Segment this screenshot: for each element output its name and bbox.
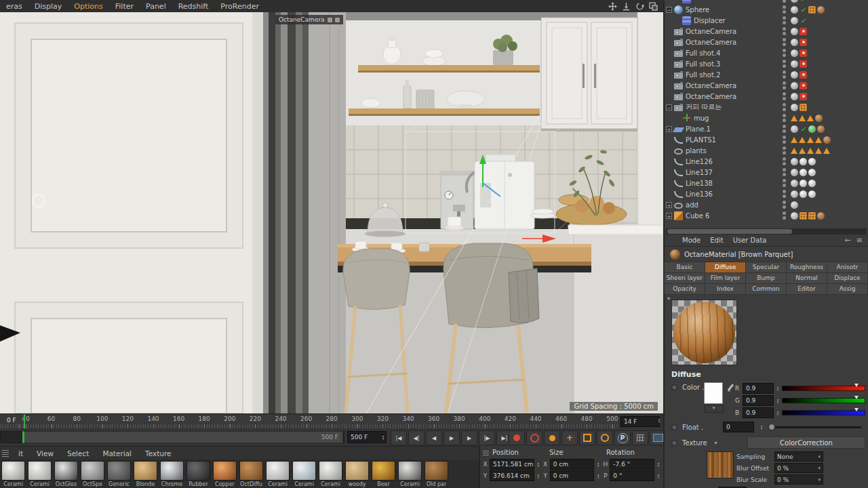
tab-anisotr[interactable]: Anisotr bbox=[827, 262, 868, 273]
object-label[interactable]: plants bbox=[686, 147, 780, 155]
material-tile-cerami[interactable]: Cerami bbox=[26, 460, 53, 488]
tag-gray-icon[interactable] bbox=[791, 212, 798, 220]
range-slider[interactable]: 500 F bbox=[22, 431, 343, 443]
size-x-field[interactable]: 0 cm bbox=[550, 459, 595, 470]
material-thumbnail[interactable] bbox=[345, 461, 369, 481]
material-tile-blonde[interactable]: Blonde bbox=[132, 460, 159, 488]
menu-eras[interactable]: eras bbox=[0, 2, 28, 11]
size-y-field[interactable]: 0 cm bbox=[550, 470, 595, 481]
material-tile-cerami[interactable]: Cerami bbox=[264, 460, 291, 488]
material-tile-cerami[interactable]: Cerami bbox=[0, 460, 26, 488]
tag-gray-icon[interactable] bbox=[791, 180, 798, 187]
sampling-dropdown[interactable]: None▾ bbox=[774, 451, 823, 462]
timeline-ruler[interactable]: 4060801001201401601802002202402602803003… bbox=[0, 413, 618, 429]
tag-red-icon[interactable] bbox=[800, 60, 807, 68]
object-label[interactable]: PLANTS1 bbox=[686, 136, 780, 144]
frame-spinner[interactable]: ▴▾ bbox=[656, 418, 662, 423]
panel-grip-icon[interactable] bbox=[2, 450, 9, 457]
mat-menu-select[interactable]: Select bbox=[60, 449, 96, 458]
material-tile-octdiffu[interactable]: OctDiffu bbox=[238, 460, 264, 488]
tab-index[interactable]: Index bbox=[705, 283, 746, 295]
tag-tri-icon[interactable] bbox=[815, 137, 822, 143]
material-tile-cerami[interactable]: Cerami bbox=[397, 460, 423, 488]
material-tile-old-par[interactable]: Old par bbox=[423, 460, 450, 488]
object-label[interactable]: Line137 bbox=[686, 169, 780, 176]
menu-display[interactable]: Display bbox=[28, 2, 68, 11]
tag-gray-icon[interactable] bbox=[791, 49, 798, 57]
keyframe-selection-button[interactable] bbox=[632, 430, 648, 445]
visibility-dots[interactable] bbox=[780, 190, 788, 198]
menu-prorender[interactable]: ProRender bbox=[214, 2, 265, 11]
material-tile-chrome[interactable]: Chrome bbox=[159, 460, 185, 488]
object-row-sphere[interactable]: −Sphere✓ bbox=[665, 4, 868, 15]
history-back-icon[interactable]: ← bbox=[845, 236, 851, 245]
tag-gray-icon[interactable] bbox=[791, 60, 798, 68]
frame-field[interactable]: 14 F bbox=[620, 416, 660, 427]
object-label[interactable]: Plane.1 bbox=[686, 125, 780, 133]
tag-check-icon[interactable]: ✓ bbox=[800, 125, 807, 133]
mat-menu-view[interactable]: View bbox=[30, 449, 60, 458]
object-row-octanecamera[interactable]: OctaneCamera bbox=[665, 37, 868, 47]
tag-red-icon[interactable] bbox=[800, 49, 807, 57]
object-row-octanecamera[interactable]: OctaneCamera bbox=[665, 26, 868, 37]
material-tile-beer[interactable]: Beer bbox=[370, 460, 397, 488]
object-row-full-shot-4[interactable]: Full shot.4 bbox=[665, 47, 868, 58]
visibility-dots[interactable] bbox=[780, 92, 788, 100]
object-row-item[interactable]: −커피 따르는 bbox=[665, 102, 868, 113]
object-label[interactable]: Line126 bbox=[686, 158, 780, 165]
tag-red-icon[interactable] bbox=[800, 28, 807, 35]
blur-scale-field[interactable]: 0 %▾ bbox=[774, 474, 823, 485]
am-menu-mode[interactable]: Mode bbox=[682, 237, 701, 244]
record-keyframe-button[interactable] bbox=[509, 430, 525, 445]
position-x-field[interactable]: 5171.581 cm bbox=[490, 459, 534, 470]
object-row-full-shot-3[interactable]: Full shot.3 bbox=[665, 58, 868, 69]
object-row-cube-6[interactable]: +Cube 6 bbox=[665, 210, 868, 221]
material-tile-rubber[interactable]: Rubber bbox=[185, 460, 212, 488]
tab-roughness[interactable]: Roughness bbox=[786, 262, 827, 273]
material-thumbnail[interactable] bbox=[398, 461, 422, 481]
tag-ball-brown-icon[interactable] bbox=[817, 125, 825, 133]
material-thumbnail[interactable] bbox=[81, 461, 104, 481]
object-label[interactable]: add bbox=[686, 201, 780, 209]
expand-toggle[interactable]: + bbox=[666, 213, 672, 219]
object-label[interactable]: mug bbox=[694, 115, 780, 122]
material-thumbnail[interactable] bbox=[292, 461, 316, 481]
channel-B-field[interactable]: 0.9 bbox=[743, 407, 774, 418]
range-end-field[interactable]: 500 F ▴▾ bbox=[347, 431, 387, 443]
menu-panel[interactable]: Panel bbox=[140, 2, 172, 11]
material-thumbnail[interactable] bbox=[319, 461, 342, 481]
visibility-dots[interactable] bbox=[780, 201, 788, 209]
3d-viewport[interactable]: OctaneCamera Grid Spacing : 5000 cm bbox=[0, 12, 663, 413]
tag-gray-icon[interactable] bbox=[791, 39, 798, 46]
tag-red-icon[interactable] bbox=[800, 93, 807, 100]
prev-key-button[interactable]: ◀| bbox=[408, 430, 425, 445]
visibility-dots[interactable] bbox=[780, 38, 788, 46]
tag-ball-brown-icon[interactable] bbox=[815, 115, 823, 122]
float-field[interactable]: 0 bbox=[723, 422, 754, 432]
menu-options[interactable]: Options bbox=[68, 2, 108, 11]
am-menu-edit[interactable]: Edit bbox=[710, 237, 723, 244]
tag-ball-white-icon[interactable] bbox=[800, 169, 807, 176]
blur-offset-field[interactable]: 0 %▾ bbox=[774, 463, 823, 473]
visibility-dots[interactable] bbox=[780, 136, 788, 144]
prev-frame-button[interactable]: ◀ bbox=[426, 430, 442, 445]
object-row-mug[interactable]: mug bbox=[665, 113, 868, 123]
tag-tri-icon[interactable] bbox=[799, 148, 806, 154]
material-tile-cerami[interactable]: Cerami bbox=[317, 460, 344, 488]
visibility-dots[interactable] bbox=[780, 60, 788, 68]
visibility-dots[interactable] bbox=[780, 16, 788, 24]
tag-tri-icon[interactable] bbox=[807, 115, 814, 121]
tag-tri-icon[interactable] bbox=[807, 137, 814, 143]
object-label[interactable]: Cube 6 bbox=[686, 212, 780, 220]
tab-assig[interactable]: Assig bbox=[827, 283, 868, 295]
mat-menu-material[interactable]: Material bbox=[96, 449, 138, 458]
menu-redshift[interactable]: Redshift bbox=[172, 2, 215, 11]
tag-gray-icon[interactable] bbox=[791, 201, 798, 209]
tag-tri-icon[interactable] bbox=[791, 115, 797, 121]
object-row-displacer[interactable]: Displacer✓ bbox=[665, 15, 868, 26]
tab-diffuse[interactable]: Diffuse bbox=[705, 262, 746, 273]
float-spinner[interactable]: ▴▾ bbox=[759, 424, 764, 430]
position-y-field[interactable]: 376.614 cm bbox=[490, 470, 534, 481]
rotation-h-field[interactable]: -7.6 ° bbox=[610, 459, 654, 470]
object-row-plants1[interactable]: PLANTS1 bbox=[665, 134, 868, 145]
